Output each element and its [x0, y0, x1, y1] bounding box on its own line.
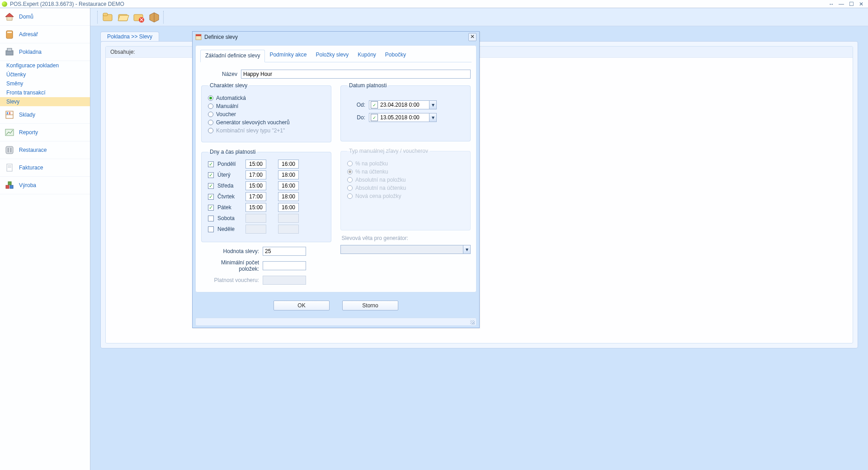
- od-label: Od:: [347, 102, 365, 108]
- sidebar-subitem-1[interactable]: Účtenky: [0, 70, 90, 79]
- gen-combo: ▾: [340, 245, 471, 254]
- day-from-0[interactable]: [245, 160, 266, 169]
- svg-text:✕: ✕: [139, 17, 144, 23]
- day-to-0[interactable]: [278, 160, 299, 169]
- datum-fieldset: Datum platnosti Od: ✓ ▾: [340, 82, 471, 141]
- close-button[interactable]: ✕: [856, 1, 866, 7]
- sidebar-item-7[interactable]: Výroba: [0, 177, 90, 194]
- day-check-6[interactable]: ✓: [208, 226, 214, 232]
- typ-radio-1: % na účtenku: [347, 169, 464, 175]
- package-icon[interactable]: [148, 11, 160, 24]
- day-check-5[interactable]: ✓: [208, 216, 214, 221]
- sidebar-subitem-3[interactable]: Fronta transakcí: [0, 88, 90, 97]
- charakter-radio-0[interactable]: Automatická: [208, 95, 325, 101]
- toolbar: ✕: [90, 8, 868, 26]
- invoice-icon: [5, 163, 14, 173]
- home-icon: [5, 12, 14, 22]
- folder-delete-icon[interactable]: ✕: [132, 11, 145, 24]
- day-to-2[interactable]: [278, 181, 299, 190]
- radio-icon: [347, 169, 353, 174]
- svg-marker-1: [5, 13, 14, 17]
- tab-1[interactable]: Podmínky akce: [265, 49, 311, 62]
- maximize-button[interactable]: ☐: [846, 1, 856, 7]
- dialog-close-button[interactable]: ✕: [468, 33, 476, 41]
- day-to-4[interactable]: [278, 203, 299, 212]
- app-icon: [2, 1, 7, 7]
- platnost-input: [263, 276, 306, 285]
- day-from-1[interactable]: [245, 170, 266, 179]
- sidebar-item-3[interactable]: Sklady: [0, 106, 90, 124]
- folder-open-icon[interactable]: [117, 11, 130, 24]
- move-icon[interactable]: ↔: [826, 1, 836, 7]
- storno-button[interactable]: Storno: [342, 301, 398, 310]
- day-label: Pondělí: [217, 161, 242, 167]
- day-from-5: [245, 214, 266, 223]
- radio-icon: [208, 112, 213, 117]
- dialog-icon: [195, 34, 202, 40]
- sidebar-item-6[interactable]: Fakturace: [0, 159, 90, 177]
- do-enable-check[interactable]: ✓: [371, 114, 378, 121]
- od-date-input[interactable]: [379, 101, 429, 109]
- platnost-label: Platnost voucheru:: [201, 277, 259, 283]
- charakter-radio-1[interactable]: Manuální: [208, 103, 325, 109]
- day-from-2[interactable]: [245, 181, 266, 190]
- radio-icon: [208, 95, 213, 101]
- od-datepicker[interactable]: ✓ ▾: [369, 100, 437, 109]
- shelf-icon: [5, 110, 14, 120]
- day-label: Sobota: [217, 215, 242, 221]
- sidebar-item-0[interactable]: Domů: [0, 8, 90, 26]
- sidebar-subitem-0[interactable]: Konfigurace pokladen: [0, 61, 90, 70]
- day-from-3[interactable]: [245, 192, 266, 201]
- do-date-input[interactable]: [379, 113, 429, 122]
- day-to-1[interactable]: [278, 170, 299, 179]
- od-enable-check[interactable]: ✓: [371, 101, 378, 108]
- tab-4[interactable]: Pobočky: [381, 49, 410, 62]
- sidebar-subitem-2[interactable]: Směny: [0, 79, 90, 88]
- dialog-resize-grip[interactable]: [195, 318, 476, 326]
- sidebar-item-2[interactable]: Pokladna: [0, 43, 90, 61]
- folder-icon[interactable]: [102, 11, 114, 24]
- charakter-fieldset: Charakter slevy AutomatickáManuálníVouch…: [201, 82, 331, 142]
- chevron-down-icon[interactable]: ▾: [429, 101, 436, 109]
- minimize-button[interactable]: —: [836, 1, 846, 7]
- dialog-tabs: Základní definice slevyPodmínky akcePolo…: [196, 49, 476, 62]
- hodnota-input[interactable]: [263, 247, 306, 256]
- radio-icon: [208, 103, 213, 109]
- sidebar-item-1[interactable]: Adresář: [0, 26, 90, 43]
- day-to-3[interactable]: [278, 192, 299, 201]
- sidebar-item-4[interactable]: Reporty: [0, 124, 90, 141]
- gen-label: Slevová věta pro generátor:: [340, 235, 408, 241]
- svg-rect-9: [9, 112, 10, 114]
- name-input[interactable]: [241, 70, 471, 79]
- tab-0[interactable]: Základní definice slevy: [200, 50, 265, 62]
- do-datepicker[interactable]: ✓ ▾: [369, 113, 437, 122]
- day-check-3[interactable]: ✓: [208, 194, 214, 200]
- svg-marker-23: [118, 15, 129, 21]
- day-check-1[interactable]: ✓: [208, 172, 214, 178]
- svg-rect-8: [7, 112, 8, 114]
- breadcrumb[interactable]: Pokladna >> Slevy: [100, 32, 159, 41]
- tab-3[interactable]: Kupóny: [353, 49, 381, 62]
- min-label: Minimální počet položek:: [201, 259, 259, 272]
- day-check-2[interactable]: ✓: [208, 183, 214, 189]
- window-titlebar: POS.Expert (2018.3.6673) - Restaurace DE…: [0, 0, 868, 8]
- sidebar-item-5[interactable]: Restaurace: [0, 141, 90, 159]
- svg-rect-5: [7, 48, 12, 51]
- ok-button[interactable]: OK: [274, 301, 330, 310]
- sidebar-subitem-4[interactable]: Slevy: [0, 97, 90, 106]
- day-label: Čtvrtek: [217, 193, 242, 200]
- chevron-down-icon[interactable]: ▾: [429, 113, 436, 122]
- day-label: Středa: [217, 183, 242, 189]
- days-fieldset: Dny a čas platnosti ✓Pondělí✓Úterý✓Střed…: [201, 149, 331, 242]
- day-to-5: [278, 214, 299, 223]
- tab-2[interactable]: Položky slevy: [311, 49, 353, 62]
- day-check-4[interactable]: ✓: [208, 205, 214, 211]
- svg-rect-3: [7, 32, 12, 33]
- charakter-radio-3[interactable]: Generátor slevových voucherů: [208, 119, 325, 126]
- charakter-radio-2[interactable]: Voucher: [208, 111, 325, 118]
- day-check-0[interactable]: ✓: [208, 161, 214, 167]
- dialog-titlebar[interactable]: Definice slevy ✕: [193, 32, 479, 42]
- day-from-4[interactable]: [245, 203, 266, 212]
- content-area: ✕ Pokladna >> Slevy Obsahuje: Definice s…: [90, 8, 868, 470]
- min-input[interactable]: [263, 261, 306, 270]
